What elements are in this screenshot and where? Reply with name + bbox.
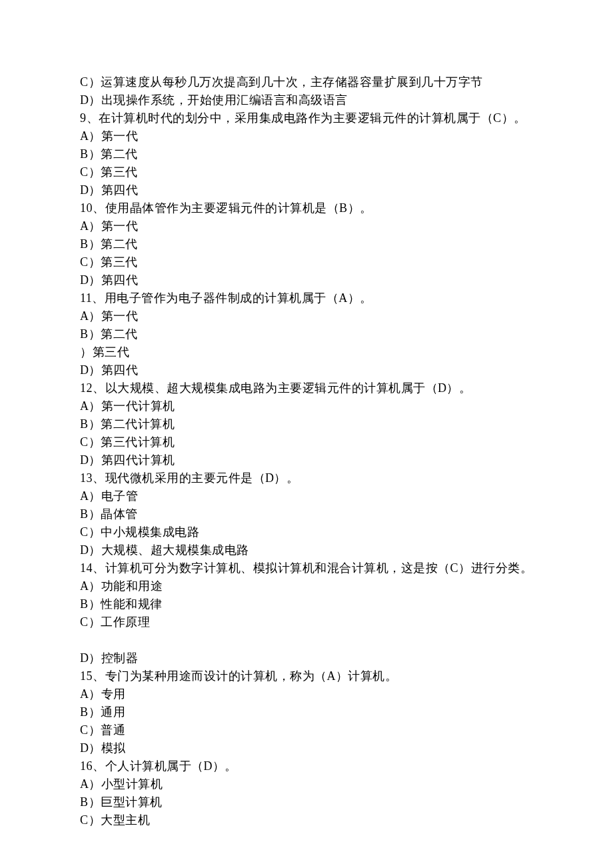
answer-option: C）第三代 bbox=[80, 163, 533, 181]
answer-option: B）第二代计算机 bbox=[80, 415, 533, 433]
answer-option: B）性能和规律 bbox=[80, 595, 533, 613]
answer-option: C）工作原理 bbox=[80, 613, 533, 631]
answer-option: A）电子管 bbox=[80, 487, 533, 505]
answer-option: B）通用 bbox=[80, 703, 533, 721]
answer-option: A）第一代 bbox=[80, 127, 533, 145]
answer-option: A）小型计算机 bbox=[80, 775, 533, 793]
answer-option: B）巨型计算机 bbox=[80, 793, 533, 811]
answer-option: A）专用 bbox=[80, 685, 533, 703]
question-text: 15、专门为某种用途而设计的计算机，称为（A）计算机。 bbox=[80, 667, 533, 685]
question-text: 16、个人计算机属于（D）。 bbox=[80, 757, 533, 775]
answer-option: C）第三代计算机 bbox=[80, 433, 533, 451]
answer-option: D）第四代 bbox=[80, 271, 533, 289]
answer-option: B）第二代 bbox=[80, 325, 533, 343]
question-text: 14、计算机可分为数字计算机、模拟计算机和混合计算机，这是按（C）进行分类。 bbox=[80, 559, 533, 577]
answer-option: C）普通 bbox=[80, 721, 533, 739]
question-text: 9、在计算机时代的划分中，采用集成电路作为主要逻辑元件的计算机属于（C）。 bbox=[80, 109, 533, 127]
answer-option: D）出现操作系统，开始使用汇编语言和高级语言 bbox=[80, 91, 533, 109]
answer-option: ）第三代 bbox=[80, 343, 533, 361]
document-page: C）运算速度从每秒几万次提高到几十次，主存储器容量扩展到几十万字节 D）出现操作… bbox=[0, 0, 613, 868]
question-text: 11、用电子管作为电子器件制成的计算机属于（A）。 bbox=[80, 289, 533, 307]
answer-option: D）模拟 bbox=[80, 739, 533, 757]
answer-option: A）第一代 bbox=[80, 307, 533, 325]
question-text: 10、使用晶体管作为主要逻辑元件的计算机是（B）。 bbox=[80, 199, 533, 217]
answer-option: A）第一代计算机 bbox=[80, 397, 533, 415]
answer-option: D）第四代 bbox=[80, 361, 533, 379]
answer-option: B）第二代 bbox=[80, 235, 533, 253]
blank-line bbox=[80, 631, 533, 649]
answer-option: B）晶体管 bbox=[80, 505, 533, 523]
answer-option: C）大型主机 bbox=[80, 811, 533, 829]
answer-option: D）第四代 bbox=[80, 181, 533, 199]
answer-option: C）第三代 bbox=[80, 253, 533, 271]
answer-option: D）第四代计算机 bbox=[80, 451, 533, 469]
answer-option: B）第二代 bbox=[80, 145, 533, 163]
answer-option: A）第一代 bbox=[80, 217, 533, 235]
question-text: 13、现代微机采用的主要元件是（D）。 bbox=[80, 469, 533, 487]
answer-option: D）大规模、超大规模集成电路 bbox=[80, 541, 533, 559]
answer-option: D）控制器 bbox=[80, 649, 533, 667]
answer-option: C）运算速度从每秒几万次提高到几十次，主存储器容量扩展到几十万字节 bbox=[80, 73, 533, 91]
answer-option: C）中小规模集成电路 bbox=[80, 523, 533, 541]
answer-option: A）功能和用途 bbox=[80, 577, 533, 595]
question-text: 12、以大规模、超大规模集成电路为主要逻辑元件的计算机属于（D）。 bbox=[80, 379, 533, 397]
